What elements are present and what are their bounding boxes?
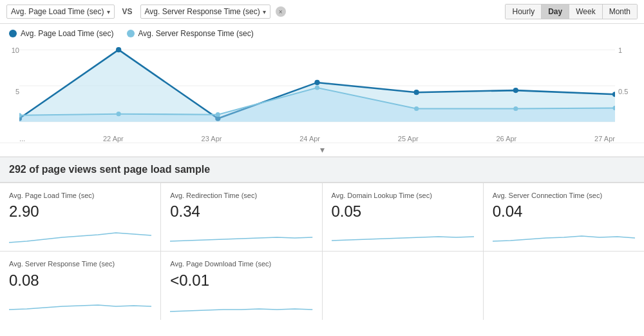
x-label-5: 26 Apr — [496, 135, 516, 143]
dot-pageload-3 — [314, 80, 319, 85]
x-label-3: 24 Apr — [299, 135, 320, 143]
legend-label-response: Avg. Server Response Time (sec) — [138, 29, 254, 38]
summary-bar: 292 of page views sent page load sample — [0, 157, 644, 183]
x-axis-labels: ... 22 Apr 23 Apr 24 Apr 25 Apr 26 Apr 2… — [19, 130, 615, 143]
metric1-label: Avg. Page Load Time (sec) — [11, 7, 104, 16]
dot-pageload-1 — [116, 47, 121, 52]
chart-svg-wrapper — [19, 43, 615, 128]
metric1-select[interactable]: Avg. Page Load Time (sec) ▾ — [6, 5, 115, 19]
metric-value-serverresponse: 0.08 — [9, 272, 151, 290]
metric-card-empty-1 — [323, 252, 483, 319]
week-button[interactable]: Week — [569, 5, 602, 19]
metrics-grid-row2: Avg. Server Response Time (sec) 0.08 Avg… — [0, 251, 644, 319]
summary-text: 292 of page views sent page load sample — [9, 164, 210, 175]
metrics-grid-row1: Avg. Page Load Time (sec) 2.90 Avg. Redi… — [0, 183, 644, 251]
metric-title-serverresponse: Avg. Server Response Time (sec) — [9, 259, 151, 268]
y-left-mid: 5 — [6, 88, 19, 95]
dot-response-2 — [216, 112, 220, 117]
dot-response-3 — [315, 85, 319, 90]
close-button[interactable]: × — [276, 6, 286, 17]
x-label-4: 25 Apr — [398, 135, 419, 143]
time-period-selector: Hourly Day Week Month — [505, 4, 638, 19]
dot-response-4 — [414, 106, 419, 111]
legend-item-pageload: Avg. Page Load Time (sec) — [9, 29, 114, 38]
chart-svg — [19, 43, 615, 128]
metric-card-connection: Avg. Server Connection Time (sec) 0.04 — [484, 183, 644, 251]
metric-title-redirection: Avg. Redirection Time (sec) — [170, 191, 312, 200]
metric-title-connection: Avg. Server Connection Time (sec) — [493, 191, 635, 200]
legend-item-response: Avg. Server Response Time (sec) — [127, 29, 254, 38]
chart-legend: Avg. Page Load Time (sec) Avg. Server Re… — [0, 24, 644, 43]
sparkline-serverresponse — [9, 292, 151, 315]
scroll-chevron: ▾ — [320, 144, 325, 155]
metric-card-serverresponse: Avg. Server Response Time (sec) 0.08 — [0, 252, 160, 319]
vs-label: VS — [120, 7, 135, 16]
y-right-mid: 0.5 — [618, 88, 638, 95]
y-left-top: 10 — [6, 46, 19, 54]
y-axis-right: 1 0.5 — [618, 43, 638, 143]
x-label-1: 22 Apr — [103, 135, 124, 143]
x-label-0: ... — [19, 135, 25, 143]
dot-response-5 — [513, 106, 518, 111]
hourly-button[interactable]: Hourly — [506, 5, 542, 19]
metric-card-pageload: Avg. Page Load Time (sec) 2.90 — [0, 183, 160, 251]
dot-pageload-4 — [414, 90, 419, 95]
metric-title-download: Avg. Page Download Time (sec) — [170, 259, 312, 268]
chart-area: 10 5 1 0.5 — [0, 43, 644, 143]
y-right-top: 1 — [618, 46, 638, 54]
x-label-2: 23 Apr — [202, 135, 222, 143]
scroll-indicator[interactable]: ▾ — [0, 143, 644, 157]
legend-dot-response — [127, 30, 135, 37]
metric-value-redirection: 0.34 — [170, 203, 312, 221]
dot-response-1 — [117, 112, 121, 116]
day-button[interactable]: Day — [542, 5, 569, 19]
sparkline-redirection — [170, 223, 312, 246]
metric-value-connection: 0.04 — [493, 203, 635, 221]
metric-title-domain: Avg. Domain Lookup Time (sec) — [332, 191, 474, 200]
metric-card-domain: Avg. Domain Lookup Time (sec) 0.05 — [323, 183, 483, 251]
y-axis-left: 10 5 — [6, 43, 19, 143]
metric-card-empty-2 — [484, 252, 644, 319]
toolbar: Avg. Page Load Time (sec) ▾ VS Avg. Serv… — [0, 0, 644, 24]
metric-card-redirection: Avg. Redirection Time (sec) 0.34 — [161, 183, 321, 251]
dot-pageload-5 — [513, 88, 518, 93]
x-label-6: 27 Apr — [594, 135, 615, 143]
legend-label-pageload: Avg. Page Load Time (sec) — [21, 29, 114, 38]
metric-value-download: <0.01 — [170, 272, 312, 290]
metric2-select[interactable]: Avg. Server Response Time (sec) ▾ — [140, 5, 270, 19]
sparkline-pageload — [9, 223, 151, 246]
metric2-label: Avg. Server Response Time (sec) — [145, 7, 260, 16]
legend-dot-pageload — [9, 30, 17, 37]
metric-card-download: Avg. Page Download Time (sec) <0.01 — [161, 252, 321, 319]
metric1-chevron: ▾ — [107, 8, 110, 15]
metric-value-domain: 0.05 — [332, 203, 474, 221]
sparkline-domain — [332, 223, 474, 246]
sparkline-connection — [493, 223, 635, 246]
metric2-chevron: ▾ — [263, 8, 266, 15]
month-button[interactable]: Month — [603, 5, 637, 19]
metric-value-pageload: 2.90 — [9, 203, 151, 221]
metric-title-pageload: Avg. Page Load Time (sec) — [9, 191, 151, 200]
sparkline-download — [170, 292, 312, 315]
